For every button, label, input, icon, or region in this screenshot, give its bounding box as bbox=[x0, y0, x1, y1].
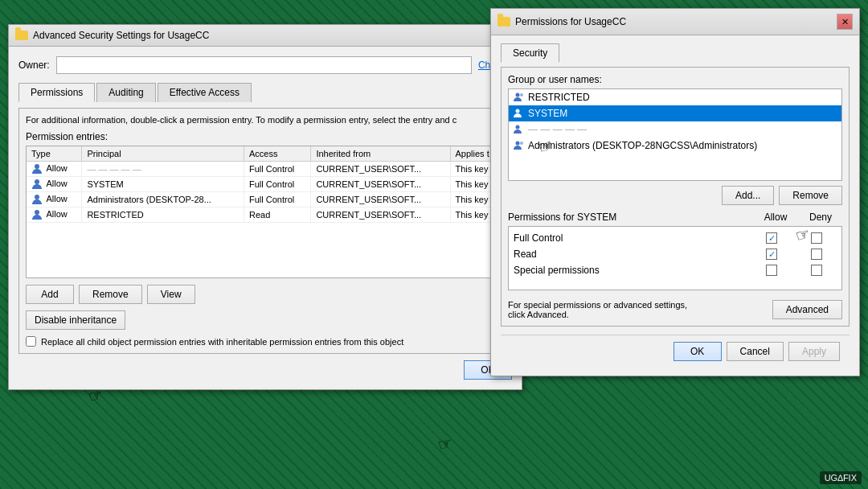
perm-checkboxes-fullcontrol bbox=[751, 232, 837, 244]
tab-content: For additional information, double-click… bbox=[18, 108, 512, 354]
deny-check-cell bbox=[796, 249, 837, 260]
row3-principal: Administrators (DESKTOP-28... bbox=[82, 192, 244, 208]
perm-table-container: Type Principal Access Inherited from App… bbox=[26, 146, 505, 278]
table-row[interactable]: Allow RESTRICTED Read CURRENT_USER\SOFT.… bbox=[27, 208, 504, 223]
row4-type: Allow bbox=[27, 208, 82, 223]
permissions-dialog: Permissions for UsageCC ✕ Security Group… bbox=[490, 8, 860, 376]
row4-access: Read bbox=[244, 208, 311, 223]
bottom-buttons: Add Remove View bbox=[26, 285, 505, 304]
perm-ok-button[interactable]: OK bbox=[674, 342, 722, 361]
user-group-icon bbox=[514, 140, 525, 151]
group-name-restricted: RESTRICTED bbox=[528, 92, 590, 103]
col-type: Type bbox=[27, 146, 82, 162]
row3-access: Full Control bbox=[244, 192, 311, 208]
row2-type: Allow bbox=[27, 177, 82, 192]
title-bar-controls: ✕ bbox=[837, 14, 853, 30]
row2-access: Full Control bbox=[244, 177, 311, 192]
group-list: RESTRICTED SYSTEM — — — — — bbox=[508, 88, 842, 181]
adv-security-dialog: Advanced Security Settings for UsageCC O… bbox=[8, 24, 522, 390]
security-tab-area: Security bbox=[501, 43, 850, 62]
row2-inherited: CURRENT_USER\SOFT... bbox=[311, 177, 450, 192]
user-group-icon bbox=[514, 92, 525, 103]
user-icon bbox=[31, 179, 43, 190]
perm-cancel-button[interactable]: Cancel bbox=[727, 342, 784, 361]
fullcontrol-allow-checkbox[interactable] bbox=[766, 232, 777, 244]
folder-icon-perm bbox=[497, 17, 510, 27]
row3-type: Allow bbox=[27, 192, 82, 208]
row1-type: Allow bbox=[27, 162, 82, 177]
dialog-bottom-buttons: OK Cancel Apply bbox=[501, 335, 850, 368]
adv-dialog-footer: OK bbox=[18, 360, 512, 380]
adv-dialog-title: Advanced Security Settings for UsageCC bbox=[33, 30, 209, 41]
group-item-restricted[interactable]: RESTRICTED bbox=[509, 89, 841, 105]
deny-check-cell bbox=[796, 232, 837, 244]
row3-inherited: CURRENT_USER\SOFT... bbox=[311, 192, 450, 208]
col-principal: Principal bbox=[82, 146, 244, 162]
row1-access: Full Control bbox=[244, 162, 311, 177]
advanced-button[interactable]: Advanced bbox=[772, 300, 842, 319]
folder-icon bbox=[15, 31, 28, 40]
replace-checkbox-row: Replace all child object permission entr… bbox=[26, 336, 505, 347]
group-name-admins: Administrators (DESKTOP-28NGCSS\Administ… bbox=[528, 140, 757, 151]
read-deny-checkbox[interactable] bbox=[811, 249, 822, 260]
tab-effective-access[interactable]: Effective Access bbox=[158, 83, 252, 102]
svg-point-6 bbox=[516, 109, 520, 113]
fullcontrol-deny-checkbox[interactable] bbox=[811, 232, 822, 244]
tabs-container: Permissions Auditing Effective Access bbox=[18, 82, 512, 101]
read-allow-checkbox[interactable] bbox=[766, 249, 777, 260]
user-icon bbox=[31, 194, 43, 205]
owner-row: Owner: Change bbox=[18, 56, 512, 74]
add-button[interactable]: Add bbox=[26, 285, 74, 304]
perm-checkboxes-read bbox=[751, 249, 837, 260]
tab-auditing[interactable]: Auditing bbox=[96, 83, 155, 102]
perm-row-special: Special permissions bbox=[514, 262, 837, 278]
group-name-user3: — — — — — bbox=[528, 124, 587, 135]
deny-check-cell bbox=[796, 265, 837, 276]
row4-inherited: CURRENT_USER\SOFT... bbox=[311, 208, 450, 223]
perm-table: Type Principal Access Inherited from App… bbox=[27, 146, 504, 223]
perm-dialog-titlebar: Permissions for UsageCC ✕ bbox=[491, 9, 859, 35]
adv-dialog-body: Owner: Change Permissions Auditing Effec… bbox=[9, 47, 522, 389]
special-allow-checkbox[interactable] bbox=[766, 265, 777, 276]
user-icon bbox=[31, 163, 43, 175]
cursor-hand-4: ☞ bbox=[436, 433, 455, 455]
table-row[interactable]: Allow — — — — — Full Control CURRENT_USE… bbox=[27, 162, 504, 177]
perm-dialog-body: Security Group or user names: RESTRICTED bbox=[491, 35, 859, 376]
row4-principal: RESTRICTED bbox=[82, 208, 244, 223]
group-remove-button[interactable]: Remove bbox=[779, 186, 842, 205]
view-button[interactable]: View bbox=[147, 285, 195, 304]
special-deny-checkbox[interactable] bbox=[811, 265, 822, 276]
perm-col-headers: Allow Deny bbox=[755, 212, 841, 223]
perm-dialog-title: Permissions for UsageCC bbox=[515, 16, 626, 27]
disable-inheritance-button[interactable]: Disable inheritance bbox=[26, 310, 125, 330]
allow-col-header: Allow bbox=[755, 212, 796, 223]
perm-section-title: Permissions for SYSTEM bbox=[508, 212, 616, 223]
adv-dialog-titlebar: Advanced Security Settings for UsageCC bbox=[9, 25, 522, 47]
group-item-system[interactable]: SYSTEM bbox=[509, 105, 841, 121]
remove-button[interactable]: Remove bbox=[79, 285, 142, 304]
perm-row-fullcontrol: Full Control bbox=[514, 230, 837, 246]
replace-checkbox[interactable] bbox=[26, 336, 36, 347]
user-group-icon bbox=[514, 108, 525, 119]
user-icon bbox=[31, 209, 43, 220]
replace-label: Replace all child object permission entr… bbox=[41, 337, 403, 347]
svg-point-8 bbox=[516, 142, 520, 146]
table-row[interactable]: Allow SYSTEM Full Control CURRENT_USER\S… bbox=[27, 177, 504, 192]
table-row[interactable]: Allow Administrators (DESKTOP-28... Full… bbox=[27, 192, 504, 208]
svg-point-0 bbox=[35, 164, 39, 169]
perm-header-row: Permissions for SYSTEM Allow Deny bbox=[508, 212, 842, 223]
perm-checkboxes-special bbox=[751, 265, 837, 276]
row1-inherited: CURRENT_USER\SOFT... bbox=[311, 162, 450, 177]
group-item-user3[interactable]: — — — — — bbox=[509, 121, 841, 138]
group-add-button[interactable]: Add... bbox=[722, 186, 774, 205]
svg-point-5 bbox=[520, 93, 523, 97]
close-button[interactable]: ✕ bbox=[837, 14, 853, 30]
row2-principal: SYSTEM bbox=[82, 177, 244, 192]
tab-permissions[interactable]: Permissions bbox=[18, 83, 95, 102]
group-item-admins[interactable]: Administrators (DESKTOP-28NGCSS\Administ… bbox=[509, 138, 841, 154]
security-tab[interactable]: Security bbox=[501, 43, 559, 63]
perm-apply-button[interactable]: Apply bbox=[788, 342, 840, 361]
svg-point-3 bbox=[35, 210, 39, 215]
group-name-system: SYSTEM bbox=[528, 108, 567, 119]
owner-value-input[interactable] bbox=[56, 56, 472, 74]
